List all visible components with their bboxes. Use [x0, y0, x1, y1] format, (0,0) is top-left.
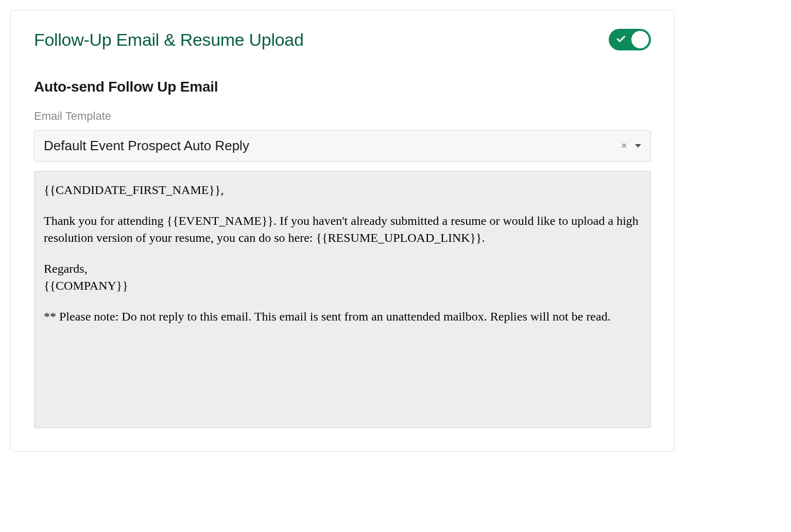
check-icon	[616, 34, 626, 46]
clear-icon[interactable]	[621, 141, 628, 151]
preview-footer: ** Please note: Do not reply to this ema…	[44, 308, 641, 325]
enable-toggle[interactable]	[609, 29, 651, 50]
chevron-down-icon[interactable]	[635, 144, 641, 148]
select-icons	[621, 141, 641, 151]
card-title: Follow-Up Email & Resume Upload	[34, 30, 304, 50]
preview-signoff-line1: Regards,	[44, 262, 88, 275]
email-preview: {{CANDIDATE_FIRST_NAME}}, Thank you for …	[34, 171, 651, 428]
section-title: Auto-send Follow Up Email	[34, 79, 651, 95]
select-value: Default Event Prospect Auto Reply	[44, 138, 249, 154]
preview-greeting: {{CANDIDATE_FIRST_NAME}},	[44, 182, 641, 198]
preview-body: Thank you for attending {{EVENT_NAME}}. …	[44, 212, 641, 246]
preview-signoff-line2: {{COMPANY}}	[44, 279, 128, 292]
preview-signoff: Regards, {{COMPANY}}	[44, 260, 641, 294]
email-template-label: Email Template	[34, 110, 651, 123]
email-template-select[interactable]: Default Event Prospect Auto Reply	[34, 130, 651, 162]
follow-up-email-card: Follow-Up Email & Resume Upload Auto-sen…	[10, 10, 675, 452]
toggle-knob	[631, 31, 649, 48]
card-header: Follow-Up Email & Resume Upload	[34, 29, 651, 50]
